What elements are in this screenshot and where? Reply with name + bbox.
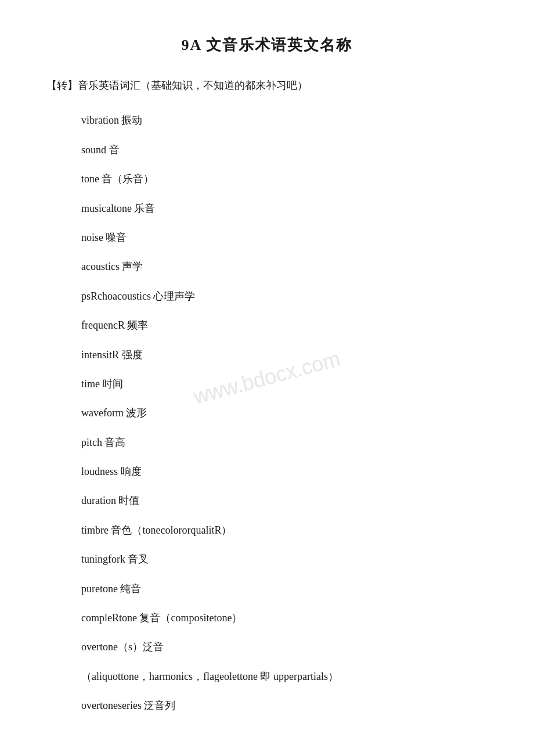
list-item: psRchoacoustics 心理声学 (81, 287, 488, 305)
list-item: compleRtone 复音（compositetone） (81, 609, 488, 627)
list-item: noise 噪音 (81, 228, 488, 247)
list-item: acoustics 声学 (81, 257, 488, 276)
list-item: time 时间 (81, 375, 488, 393)
list-item: waveform 波形 (81, 404, 488, 422)
list-item: musicaltone 乐音 (81, 199, 488, 218)
list-item: tuningfork 音叉 (81, 550, 488, 568)
list-item: timbre 音色（tonecolororqualitR） (81, 521, 488, 539)
page-title: 9A 文音乐术语英文名称 (46, 35, 488, 55)
list-item: duration 时值 (81, 491, 488, 510)
list-item: pitch 音高 (81, 433, 488, 452)
intro-line: 【转】音乐英语词汇（基础知识，不知道的都来补习吧） (46, 76, 488, 95)
list-item: overtone（s）泛音 (81, 638, 488, 656)
list-item: sound 音 (81, 141, 488, 159)
list-item: frequencR 频率 (81, 316, 488, 334)
list-item: intensitR 强度 (81, 345, 488, 364)
vocab-list: vibration 振动sound 音tone 音（乐音）musicaltone… (46, 111, 488, 715)
list-item: tone 音（乐音） (81, 170, 488, 188)
list-item: （aliquottone，harmonics，flageolettone 即 u… (81, 667, 488, 686)
list-item: puretone 纯音 (81, 579, 488, 598)
list-item: loudness 响度 (81, 462, 488, 481)
list-item: vibration 振动 (81, 111, 488, 129)
list-item: overtoneseries 泛音列 (81, 696, 488, 715)
